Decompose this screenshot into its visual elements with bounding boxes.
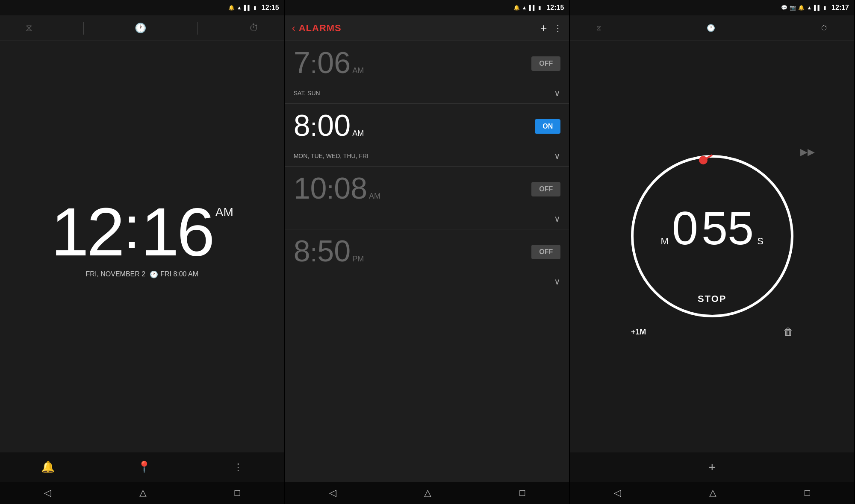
alarm-1-days: SAT, SUN — [294, 90, 320, 97]
forward-icon[interactable]: ▶▶ — [800, 147, 815, 158]
alarm-2-days: MON, TUE, WED, THU, FRI — [294, 152, 369, 159]
alarm-3-time[interactable]: 10 : 08 AM — [294, 173, 380, 205]
alarm-item-4-top: 8 : 50 PM OFF — [294, 236, 561, 273]
alarm-4-colon: : — [310, 238, 318, 267]
back-button[interactable]: ◁ — [44, 487, 51, 498]
alarm-item-2-bottom: MON, TUE, WED, THU, FRI ∨ — [294, 147, 561, 166]
alarm-1-chevron[interactable]: ∨ — [554, 88, 560, 98]
alarm-4-ampm: PM — [352, 255, 364, 264]
alarm-1-time[interactable]: 7 : 06 AM — [294, 48, 364, 79]
timer-delete-button[interactable]: 🗑 — [783, 326, 793, 338]
alarm-2-colon: : — [310, 112, 318, 142]
img-icon: 📷 — [790, 5, 796, 11]
timer-controls: +1M 🗑 — [631, 326, 793, 338]
alarm-2-time[interactable]: 8 : 00 AM — [294, 111, 364, 142]
divider2 — [198, 22, 198, 35]
alarm-1-hour: 7 — [294, 48, 310, 78]
alarms-header: ‹ ALARMS + ⋮ — [285, 15, 569, 41]
alarm-4-chevron[interactable]: ∨ — [554, 276, 560, 287]
alarm-3-chevron[interactable]: ∨ — [554, 214, 560, 224]
alarm-4-hour: 8 — [294, 236, 310, 266]
alarm-item-2: 8 : 00 AM ON MON, TUE, WED, THU, FRI ∨ — [285, 104, 569, 167]
recents-button-alarms[interactable]: □ — [519, 487, 525, 498]
alarm-3-toggle[interactable]: OFF — [531, 182, 560, 196]
hourglass-icon[interactable]: ⧖ — [26, 23, 32, 34]
clock-minutes: 16 — [141, 198, 213, 266]
alarm-4-min: 50 — [317, 236, 351, 266]
wifi-icon-2: ▲ — [522, 5, 527, 11]
clock-colon: : — [124, 198, 140, 258]
battery-icon-2: ▮ — [538, 5, 541, 11]
timer-display: M 0 55 S — [660, 205, 764, 268]
alarm-item-1: 7 : 06 AM OFF SAT, SUN ∨ — [285, 41, 569, 104]
signal-icon: ▌▌ — [244, 5, 251, 11]
alarm-icon-3: 🔔 — [798, 5, 805, 11]
alarm-item-1-bottom: SAT, SUN ∨ — [294, 85, 561, 103]
clock-nav-icon-3[interactable]: 🕐 — [707, 24, 715, 32]
alarm-4-toggle[interactable]: OFF — [531, 245, 560, 259]
clock-nav-icon[interactable]: 🕐 — [135, 23, 146, 34]
home-button-alarms[interactable]: △ — [424, 487, 431, 498]
wifi-icon: ▲ — [237, 5, 242, 11]
location-icon[interactable]: 📍 — [137, 460, 151, 474]
status-bar-alarms: 🔔 ▲ ▌▌ ▮ 12:15 — [285, 0, 569, 15]
hourglass-icon-3[interactable]: ⧖ — [596, 24, 601, 32]
alarm-item-3-top: 10 : 08 AM OFF — [294, 173, 561, 210]
alarm-2-ampm: AM — [352, 129, 364, 138]
alarms-more-button[interactable]: ⋮ — [554, 23, 562, 33]
recents-button[interactable]: □ — [234, 487, 240, 498]
status-bar-timer: 💬 📷 🔔 ▲ ▌▌ ▮ 12:17 — [570, 0, 854, 15]
signal-icon-2: ▌▌ — [529, 5, 536, 11]
timer-stop-button[interactable]: STOP — [698, 293, 727, 305]
timer-m-label: M — [660, 236, 668, 247]
alarm-3-colon: : — [327, 175, 334, 205]
timer-s-label: S — [757, 236, 764, 247]
timer-main: ▶▶ M 0 55 S STOP — [570, 41, 854, 452]
more-icon[interactable]: ⋮ — [233, 462, 243, 473]
clock-hours: 12 — [51, 198, 123, 266]
alarm-2-toggle[interactable]: ON — [535, 119, 560, 134]
timer-add-button[interactable]: + — [708, 460, 716, 475]
alarm-item-3: 10 : 08 AM OFF ∨ — [285, 167, 569, 229]
alarm-item-4: 8 : 50 PM OFF ∨ — [285, 229, 569, 292]
home-button[interactable]: △ — [139, 487, 147, 498]
alarms-add-button[interactable]: + — [540, 21, 547, 35]
alarm-bottom-icon[interactable]: 🔔 — [41, 460, 55, 474]
talk-icon: 💬 — [781, 5, 787, 11]
date-text: FRI, NOVEMBER 2 — [86, 270, 146, 278]
battery-icon: ▮ — [254, 5, 256, 11]
clock-ampm: AM — [215, 205, 233, 219]
clock-top-nav: ⧖ 🕐 ⏱ — [0, 15, 284, 41]
bottom-nav-alarms: ◁ △ □ — [285, 482, 569, 504]
status-icons-alarms: 🔔 ▲ ▌▌ ▮ — [513, 5, 542, 11]
clock-date: FRI, NOVEMBER 2 🕐 FRI 8:00 AM — [86, 270, 199, 278]
alarm-next-info: 🕐 FRI 8:00 AM — [150, 270, 198, 278]
alarm-2-min: 00 — [317, 111, 351, 141]
alarm-2-hour: 8 — [294, 111, 310, 141]
wifi-icon-3: ▲ — [807, 5, 812, 11]
alarm-2-chevron[interactable]: ∨ — [554, 151, 560, 161]
alarm-3-hour: 10 — [294, 173, 327, 203]
alarm-item-4-bottom: ∨ — [294, 273, 561, 292]
stopwatch-icon[interactable]: ⏱ — [249, 23, 259, 34]
alarm-icon-2: 🔔 — [513, 5, 520, 11]
clock-bottom-bar: 🔔 📍 ⋮ — [0, 452, 284, 482]
timer-plus1m-button[interactable]: +1M — [631, 328, 646, 337]
back-button-timer[interactable]: ◁ — [614, 487, 621, 498]
back-button-alarms[interactable]: ◁ — [329, 487, 336, 498]
timer-panel: 💬 📷 🔔 ▲ ▌▌ ▮ 12:17 ⧖ 🕐 ⏱ ▶▶ — [570, 0, 855, 504]
timer-circle-container: M 0 55 S STOP — [631, 155, 793, 317]
alarm-next-time: FRI 8:00 AM — [160, 270, 198, 278]
alarm-1-toggle[interactable]: OFF — [531, 56, 560, 71]
alarm-item-2-top: 8 : 00 AM ON — [294, 111, 561, 147]
clock-main: 12 : 16 AM FRI, NOVEMBER 2 🕐 FRI 8:00 AM — [0, 41, 284, 452]
status-icons-timer: 💬 📷 🔔 ▲ ▌▌ ▮ — [781, 5, 826, 11]
status-time-alarms: 12:15 — [546, 4, 564, 12]
status-bar-clock: 🔔 ▲ ▌▌ ▮ 12:15 — [0, 0, 284, 15]
alarm-4-time[interactable]: 8 : 50 PM — [294, 236, 364, 268]
alarms-back-button[interactable]: ‹ — [292, 22, 295, 34]
home-button-timer[interactable]: △ — [709, 487, 716, 498]
recents-button-timer[interactable]: □ — [805, 487, 810, 498]
timer-minutes: 0 — [672, 205, 698, 252]
stopwatch-icon-3[interactable]: ⏱ — [821, 24, 828, 32]
